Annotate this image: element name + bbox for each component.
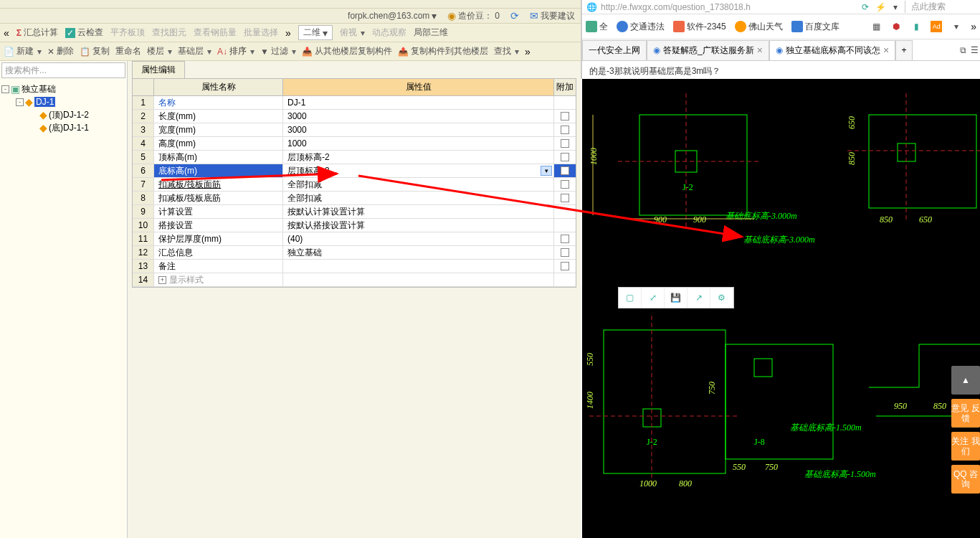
checkbox[interactable] bbox=[561, 112, 569, 121]
fav-safe[interactable]: 全 bbox=[586, 21, 608, 33]
orbit-button[interactable]: 动态观察 bbox=[372, 27, 406, 39]
top-view-button[interactable]: 俯视 bbox=[340, 27, 365, 39]
cad-drawing: J-2 1000 900 900 基础底标高-3.000m 基础底标高-3.00… bbox=[582, 79, 980, 538]
copy-to-floor-button[interactable]: 📤复制构件到其他楼层 bbox=[398, 45, 488, 57]
grid-row[interactable]: 12汇总信息独立基础 bbox=[133, 246, 576, 260]
new-button[interactable]: 📄新建 bbox=[4, 45, 42, 57]
base-layer-dropdown[interactable]: 基础层 bbox=[178, 45, 211, 57]
svg-rect-29 bbox=[726, 344, 833, 459]
tab-foundation[interactable]: ◉独立基础底标高不同该怎× bbox=[769, 40, 895, 60]
lightning-icon[interactable]: ⚡ bbox=[875, 1, 886, 13]
tab-list-icon[interactable]: ☰ bbox=[969, 44, 980, 56]
grid-row[interactable]: 4高度(mm)1000 bbox=[133, 137, 576, 151]
grid-row[interactable]: 5顶标高(m)层顶标高-2 bbox=[133, 151, 576, 164]
checkbox[interactable] bbox=[561, 262, 569, 270]
grid-row[interactable]: 10搭接设置按默认搭接设置计算 bbox=[133, 219, 576, 232]
svg-text:J-8: J-8 bbox=[754, 437, 765, 447]
beans-counter[interactable]: ◉造价豆：0 bbox=[447, 10, 500, 22]
copy-button[interactable]: 📋复制 bbox=[80, 45, 110, 57]
batch-select-button[interactable]: 批量选择 bbox=[244, 27, 278, 39]
fit-icon[interactable]: ▢ bbox=[619, 288, 642, 308]
grid-row[interactable]: 11保护层厚度(mm)(40) bbox=[133, 232, 576, 246]
ext-shield-icon[interactable]: ⬢ bbox=[890, 21, 902, 32]
fav-traffic[interactable]: 交通违法 bbox=[617, 21, 665, 33]
ext-book-icon[interactable]: ▮ bbox=[910, 21, 922, 32]
tab-safe[interactable]: 一代安全上网 bbox=[582, 40, 647, 60]
user-email[interactable]: forpk.chen@163.com▾ bbox=[348, 10, 437, 22]
copy-from-floor-button[interactable]: 📥从其他楼层复制构件 bbox=[302, 45, 392, 57]
fav-weather[interactable]: 佛山天气 bbox=[735, 21, 783, 33]
tree-search-input[interactable]: 搜索构件... bbox=[1, 62, 125, 78]
floor-dropdown[interactable]: 楼层 bbox=[147, 45, 172, 57]
checkbox[interactable] bbox=[561, 126, 569, 134]
fav-wenku[interactable]: 百度文库 bbox=[791, 21, 839, 33]
save-icon[interactable]: 💾 bbox=[665, 288, 688, 308]
grid-row[interactable]: 14+显示样式 bbox=[133, 273, 576, 287]
share-icon[interactable]: ↗ bbox=[688, 288, 710, 308]
fav-2345[interactable]: 软件-2345 bbox=[673, 21, 726, 33]
follow-button[interactable]: 关注 我们 bbox=[951, 432, 980, 461]
grid-row[interactable]: 9计算设置按默认计算设置计算 bbox=[133, 205, 576, 219]
refresh-icon[interactable]: ⟳ bbox=[510, 10, 519, 22]
grid-row[interactable]: 6底标高(m)层顶标高-3▾ bbox=[133, 164, 576, 178]
checkbox[interactable] bbox=[561, 139, 569, 148]
url-text[interactable]: http://e.fwxgx.com/question_1738018.h bbox=[601, 2, 856, 12]
svg-text:基础底标高-3.000m: 基础底标高-3.000m bbox=[743, 235, 815, 245]
grid-row[interactable]: 3宽度(mm)3000 bbox=[133, 123, 576, 137]
overflow-icon[interactable]: » bbox=[525, 46, 531, 57]
delete-button[interactable]: ✕删除 bbox=[47, 45, 74, 57]
new-tab-button[interactable]: + bbox=[895, 40, 913, 60]
suggest-button[interactable]: ✉我要建议 bbox=[530, 10, 575, 22]
grid-row[interactable]: 8扣减板/筏板底筋全部扣减 bbox=[133, 192, 576, 205]
filter-dropdown[interactable]: ▼过滤 bbox=[260, 45, 296, 57]
grid-row[interactable]: 7扣减板/筏板面筋全部扣减 bbox=[133, 178, 576, 192]
checkbox[interactable] bbox=[561, 153, 569, 161]
ext-ad-icon[interactable]: Ad bbox=[931, 21, 942, 32]
close-icon[interactable]: × bbox=[757, 44, 763, 56]
close-icon[interactable]: × bbox=[883, 44, 889, 56]
checkbox[interactable] bbox=[561, 248, 569, 257]
svg-text:550: 550 bbox=[733, 462, 746, 472]
search-dropdown[interactable]: 查找 bbox=[494, 45, 519, 57]
find-element-button[interactable]: 查找图元 bbox=[152, 27, 186, 39]
ext-overflow-icon[interactable]: » bbox=[971, 21, 976, 32]
expand-icon[interactable]: « bbox=[4, 27, 9, 39]
scroll-top-button[interactable]: ▲ bbox=[951, 366, 980, 395]
sum-calc-button[interactable]: Σ汇总计算 bbox=[16, 27, 58, 39]
grid-row[interactable]: 13备注 bbox=[133, 260, 576, 273]
tree-root[interactable]: -▣独立基础 bbox=[1, 82, 125, 95]
tab-answer[interactable]: ◉答疑解惑_广联达服务新× bbox=[647, 40, 769, 60]
rename-button[interactable]: 重命名 bbox=[115, 45, 141, 57]
view-rebar-button[interactable]: 查看钢筋量 bbox=[194, 27, 237, 39]
grid-row[interactable]: 1名称DJ-1 bbox=[133, 96, 576, 110]
dropdown-icon[interactable]: ▾ bbox=[541, 166, 552, 176]
tab-restore-icon[interactable]: ⧉ bbox=[957, 44, 969, 56]
more-icon[interactable]: » bbox=[285, 27, 291, 39]
reload-icon[interactable]: ⟳ bbox=[860, 1, 871, 13]
qq-button[interactable]: QQ 咨询 bbox=[951, 465, 980, 494]
view-2d-dropdown[interactable]: 二维▾ bbox=[298, 25, 333, 40]
align-top-button[interactable]: 平齐板顶 bbox=[110, 27, 145, 39]
ext-more-icon[interactable]: ▾ bbox=[951, 21, 962, 32]
ext-grid-icon[interactable]: ▦ bbox=[870, 21, 882, 32]
local-3d-button[interactable]: 局部三维 bbox=[414, 27, 448, 39]
cloud-check-button[interactable]: ✓云检查 bbox=[65, 27, 103, 39]
tree-node-dj1[interactable]: -◆DJ-1 bbox=[1, 95, 125, 108]
dropdown-icon[interactable]: ▾ bbox=[890, 1, 901, 13]
tree-node-top[interactable]: ◆(顶)DJ-1-2 bbox=[1, 108, 125, 121]
feedback-button[interactable]: 意见 反馈 bbox=[951, 399, 980, 428]
checkbox[interactable] bbox=[561, 166, 569, 175]
gear-icon[interactable]: ⚙ bbox=[710, 288, 733, 308]
checkbox[interactable] bbox=[561, 180, 569, 189]
svg-text:850: 850 bbox=[847, 152, 857, 165]
property-tab[interactable]: 属性编辑 bbox=[132, 61, 185, 78]
checkbox[interactable] bbox=[561, 235, 569, 243]
grid-row[interactable]: 2长度(mm)3000 bbox=[133, 110, 576, 123]
sort-dropdown[interactable]: A↓排序 bbox=[217, 45, 254, 57]
browser-search-input[interactable]: 点此搜索 bbox=[905, 1, 976, 13]
tree-node-bottom[interactable]: ◆(底)DJ-1-1 bbox=[1, 121, 125, 134]
checkbox[interactable] bbox=[561, 194, 569, 202]
fullscreen-icon[interactable]: ⤢ bbox=[642, 288, 665, 308]
svg-text:850: 850 bbox=[933, 401, 946, 411]
cad-viewport[interactable]: J-2 1000 900 900 基础底标高-3.000m 基础底标高-3.00… bbox=[582, 79, 980, 538]
